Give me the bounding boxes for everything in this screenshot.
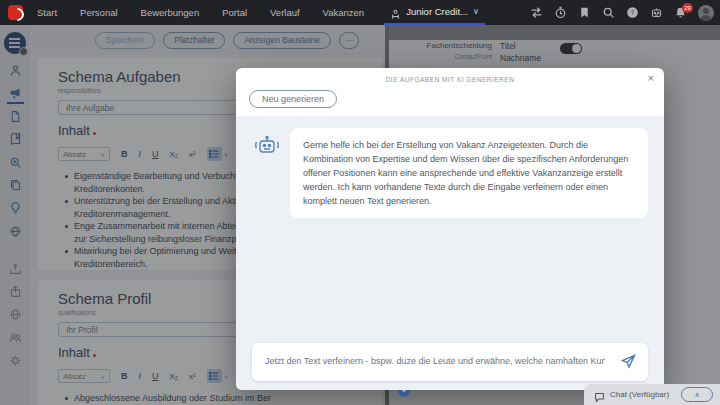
- ki-generate-dialog: DIE AUFGABEN MIT KI GENERIEREN × Neu gen…: [236, 68, 664, 390]
- send-icon[interactable]: [621, 354, 636, 369]
- top-nav: Start Personal Bewerbungen Portal Verlau…: [0, 0, 720, 25]
- nav-item-verlauf[interactable]: Verlauf: [270, 7, 300, 18]
- nav-item-start[interactable]: Start: [37, 7, 57, 18]
- prompt-input[interactable]: [265, 348, 605, 374]
- prompt-input-box: [252, 343, 648, 381]
- main-menu: Start Personal Bewerbungen Portal Verlau…: [37, 7, 364, 18]
- active-tab-label: Junior Credit...: [406, 6, 468, 17]
- bookmark-icon[interactable]: [578, 6, 591, 19]
- nav-item-portal[interactable]: Portal: [222, 7, 247, 18]
- dialog-body: Gerne helfe ich bei der Erstellung von V…: [236, 116, 664, 390]
- stopwatch-icon[interactable]: [554, 6, 567, 19]
- transfer-icon[interactable]: [530, 6, 543, 19]
- active-record-tab[interactable]: Junior Credit... ∨: [384, 0, 485, 25]
- nav-item-vakanzen[interactable]: Vakanzen: [323, 7, 365, 18]
- chevron-down-icon: ∨: [473, 7, 479, 16]
- assistant-message: Gerne helfe ich bei der Erstellung von V…: [303, 138, 635, 208]
- user-avatar[interactable]: [698, 5, 714, 21]
- chat-widget: Chat (Verfügbar) ∧: [584, 384, 720, 405]
- robot-icon[interactable]: [650, 6, 663, 19]
- vacancy-icon: [390, 6, 401, 17]
- notification-badge: 29: [682, 3, 693, 13]
- nav-utility-icons: ? 29: [530, 0, 714, 25]
- app-logo[interactable]: [8, 5, 23, 20]
- assistant-robot-icon: [254, 134, 280, 158]
- chat-status-label: Chat (Verfügbar): [610, 390, 669, 399]
- regenerate-button[interactable]: Neu generieren: [249, 90, 337, 108]
- nav-item-personal[interactable]: Personal: [80, 7, 118, 18]
- close-icon[interactable]: ×: [648, 72, 654, 84]
- search-icon[interactable]: [602, 6, 615, 19]
- help-icon[interactable]: ?: [626, 6, 639, 19]
- chat-icon: [594, 389, 605, 400]
- app-window: Start Personal Bewerbungen Portal Verlau…: [0, 0, 720, 405]
- assistant-message-bubble: Gerne helfe ich bei der Erstellung von V…: [290, 128, 648, 218]
- bell-icon[interactable]: 29: [674, 6, 687, 19]
- dialog-title: DIE AUFGABEN MIT KI GENERIEREN: [236, 76, 664, 83]
- svg-text:?: ?: [631, 9, 635, 16]
- chat-expand-button[interactable]: ∧: [681, 387, 713, 402]
- nav-item-bewerbungen[interactable]: Bewerbungen: [141, 7, 200, 18]
